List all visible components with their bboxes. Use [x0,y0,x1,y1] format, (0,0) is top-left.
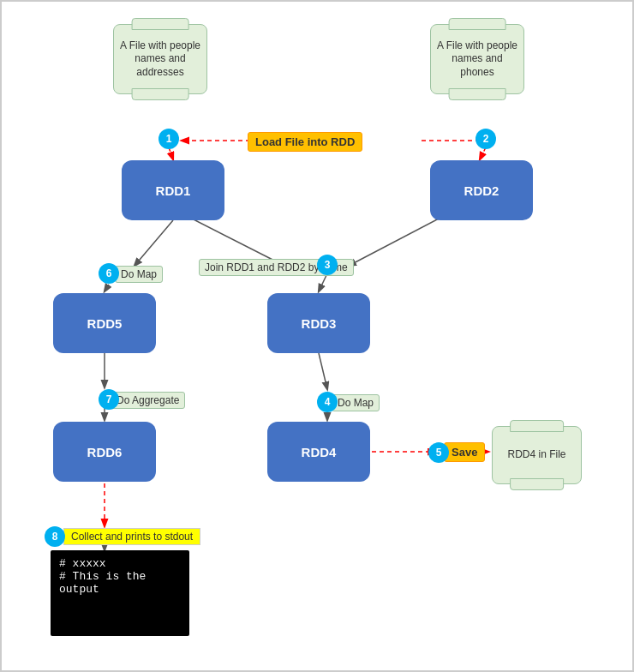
load-file-label: Load File into RDD [248,132,362,152]
step-1: 1 [158,129,179,149]
domap2-label: Do Map [115,266,163,283]
terminal-output: # xxxxx # This is the output [51,550,189,636]
file-phones: A File with people names and phones [430,24,524,94]
svg-line-5 [349,218,440,266]
rdd5-box: RDD5 [53,293,156,353]
step-4: 4 [317,392,338,412]
terminal-line2: # This is the output [59,570,181,596]
file-addresses: A File with people names and addresses [113,24,207,94]
step-7: 7 [99,389,119,410]
diagram: A File with people names and addresses A… [0,0,634,672]
step-3: 3 [317,255,338,275]
rdd6-box: RDD6 [53,422,156,482]
domap1-label: Do Map [332,394,380,411]
svg-line-6 [319,273,327,291]
collect-label: Collect and prints to stdout [63,528,200,545]
rdd3-box: RDD3 [267,293,370,353]
step-6: 6 [99,263,119,284]
save-label: Save [444,442,485,462]
svg-line-11 [319,353,327,389]
svg-line-3 [480,147,486,159]
svg-line-8 [105,285,109,291]
doagg-label: Do Aggregate [111,392,185,409]
svg-line-2 [169,147,173,159]
step-2: 2 [476,129,496,149]
rdd1-box: RDD1 [122,160,224,220]
step-8: 8 [45,526,65,547]
terminal-line1: # xxxxx [59,557,181,570]
rdd2-box: RDD2 [430,160,533,220]
step-5: 5 [428,442,449,463]
rdd4-box: RDD4 [267,422,370,482]
svg-line-7 [135,220,173,266]
file-rdd4: RDD4 in File [492,426,582,484]
